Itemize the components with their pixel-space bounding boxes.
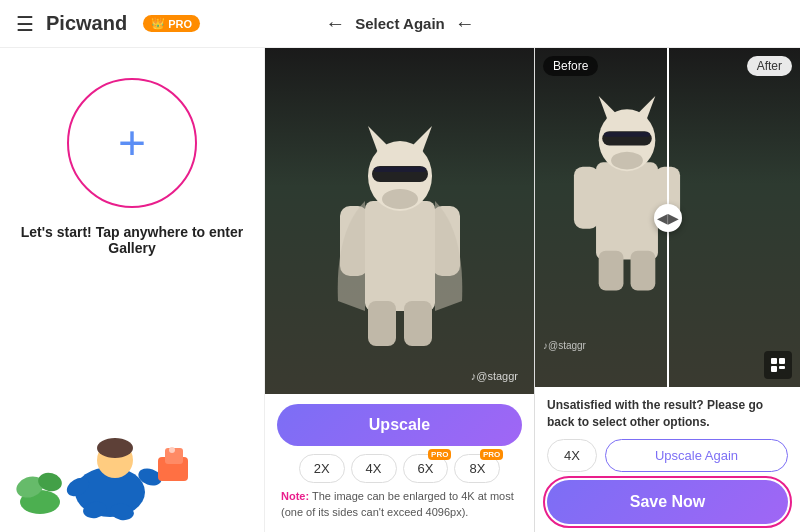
left-panel: + Let's start! Tap anywhere to enter Gal… [0,48,265,532]
svg-rect-37 [771,366,777,372]
note-prefix: Note: [281,490,309,502]
header-title: Select Again [355,15,444,32]
svg-point-12 [169,447,175,453]
svg-rect-22 [368,301,396,346]
pro-tag-8x: PRO [480,449,503,460]
svg-rect-13 [365,201,435,311]
svg-rect-36 [779,358,785,364]
svg-point-5 [97,438,133,458]
compare-batman-before [562,65,692,295]
upscale-button[interactable]: Upscale [277,404,522,446]
save-now-button[interactable]: Save Now [547,480,788,524]
scale-8x-button[interactable]: 8XPRO [454,454,500,483]
scale-options: 2X 4X 6XPRO 8XPRO [277,454,522,483]
svg-point-19 [382,189,418,209]
svg-point-30 [611,152,643,170]
upload-box[interactable]: + [67,78,197,208]
image-preview: ♪@staggr [265,48,534,394]
after-label: After [747,56,792,76]
svg-rect-34 [630,251,655,291]
right-action-buttons: 4X Upscale Again [547,439,788,472]
upscale-again-button[interactable]: Upscale Again [605,439,788,472]
svg-rect-35 [771,358,777,364]
middle-panel: ♪@staggr Upscale 2X 4X 6XPRO 8XPRO Note:… [265,48,535,532]
back-arrow-left[interactable]: ← [325,12,345,35]
svg-rect-24 [596,162,658,259]
scale-2x-button[interactable]: 2X [299,454,345,483]
tiktok-watermark-middle: ♪@staggr [471,370,518,382]
scale-4x-button[interactable]: 4X [351,454,397,483]
menu-icon[interactable]: ☰ [16,12,34,36]
unsatisfied-text: Unsatisfied with the result? Please go b… [547,397,788,431]
compare-handle[interactable]: ◀▶ [654,204,682,232]
plus-icon: + [118,119,146,167]
right-controls: Unsatisfied with the result? Please go b… [535,387,800,532]
main-content: + Let's start! Tap anywhere to enter Gal… [0,48,800,532]
scale-4x-right-button[interactable]: 4X [547,439,597,472]
grid-icon[interactable] [764,351,792,379]
svg-rect-18 [374,167,426,172]
app-logo: Picwand [46,12,127,35]
svg-rect-29 [604,132,650,136]
app-header: ☰ Picwand 👑 PRO ← Select Again ← [0,0,800,48]
svg-rect-31 [573,167,598,229]
compare-image: ◀▶ Before After ♪@staggr [535,48,800,387]
pro-label: PRO [168,18,192,30]
pro-badge: 👑 PRO [143,15,200,32]
upscale-controls: Upscale 2X 4X 6XPRO 8XPRO Note: The imag… [265,394,534,532]
back-arrow-right[interactable]: ← [455,12,475,35]
batman-figure [330,91,470,351]
crown-icon: 👑 [151,17,165,30]
note-content: The image can be enlarged to 4K at most … [281,490,514,517]
pro-tag-6x: PRO [428,449,451,460]
scale-6x-button[interactable]: 6XPRO [403,454,449,483]
before-label: Before [543,56,598,76]
right-panel: ◀▶ Before After ♪@staggr Unsatisfied wit… [535,48,800,532]
upload-instruction: Let's start! Tap anywhere to enter Galle… [16,224,248,256]
illustration [10,372,210,522]
note-text: Note: The image can be enlarged to 4K at… [277,489,522,526]
tiktok-watermark-right: ♪@staggr [543,340,586,351]
svg-rect-23 [404,301,432,346]
svg-rect-33 [598,251,623,291]
svg-rect-38 [779,366,785,369]
